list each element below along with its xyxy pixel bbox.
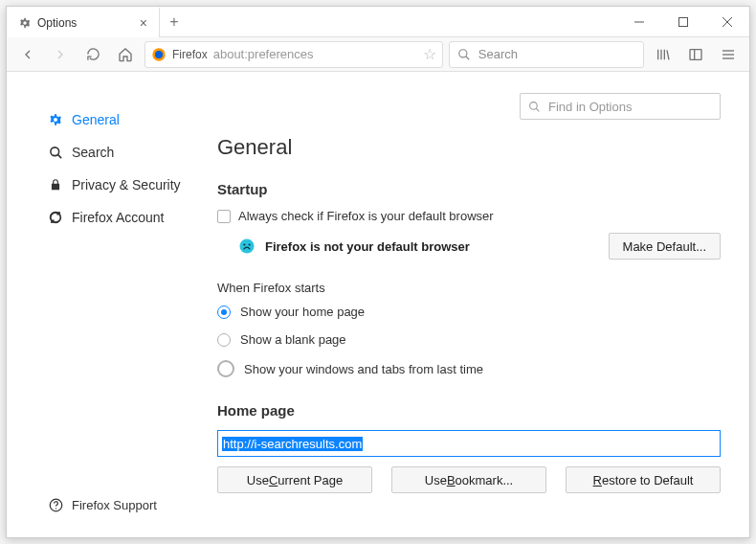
restore-default-button[interactable]: Restore to Default — [566, 466, 721, 493]
homepage-value: http://i-searchresults.com — [222, 437, 363, 451]
search-icon — [528, 101, 541, 113]
tab-options[interactable]: Options × — [7, 7, 160, 37]
svg-point-5 — [155, 51, 163, 58]
url-prefix: Firefox — [172, 48, 208, 61]
homepage-input[interactable]: http://i-searchresults.com — [217, 430, 721, 457]
tab-title: Options — [37, 16, 130, 30]
gear-icon — [18, 16, 32, 30]
sidebar-item-label: General — [72, 112, 120, 127]
library-button[interactable] — [650, 41, 677, 68]
svg-point-25 — [249, 243, 251, 245]
search-placeholder: Search — [478, 47, 518, 61]
search-bar[interactable]: Search — [449, 41, 644, 68]
url-bar[interactable]: Firefox about:preferences ☆ — [145, 41, 443, 68]
sidebar-item-account[interactable]: Firefox Account — [7, 202, 198, 233]
not-default-text: Firefox is not your default browser — [265, 239, 599, 254]
sync-icon — [47, 210, 64, 225]
navbar: Firefox about:preferences ☆ Search — [7, 37, 749, 72]
sidebar-item-label: Search — [72, 145, 114, 160]
search-icon — [457, 48, 471, 61]
radio-icon — [217, 306, 231, 319]
sidebar-item-label: Firefox Support — [72, 498, 157, 512]
svg-rect-1 — [679, 17, 688, 26]
home-button[interactable] — [112, 41, 139, 68]
svg-line-7 — [466, 56, 470, 59]
firefox-icon — [151, 47, 167, 62]
always-check-default-checkbox[interactable]: Always check if Firefox is your default … — [217, 209, 721, 223]
use-bookmark-button[interactable]: Use Bookmark... — [391, 466, 546, 493]
url-text: about:preferences — [213, 47, 417, 61]
question-icon — [47, 498, 64, 512]
lock-icon — [47, 178, 64, 192]
svg-point-21 — [530, 102, 538, 109]
svg-point-23 — [240, 239, 255, 254]
make-default-button[interactable]: Make Default... — [609, 233, 721, 260]
svg-line-11 — [667, 50, 669, 59]
radio-show-blank[interactable]: Show a blank page — [217, 332, 721, 347]
sidebar-item-support[interactable]: Firefox Support — [7, 490, 198, 520]
sidebar-item-label: Firefox Account — [72, 210, 165, 225]
svg-point-6 — [459, 49, 467, 57]
new-tab-button[interactable]: + — [160, 7, 189, 37]
window-minimize[interactable] — [617, 7, 661, 37]
sidebar-button[interactable] — [682, 41, 709, 68]
svg-line-18 — [57, 154, 61, 158]
radio-label: Show a blank page — [240, 332, 346, 347]
sidebar-item-general[interactable]: General — [7, 104, 198, 135]
content: General Search Privacy & Security Firefo… — [7, 72, 749, 537]
window-maximize[interactable] — [661, 7, 705, 37]
radio-show-homepage[interactable]: Show your home page — [217, 305, 721, 319]
radio-show-session[interactable]: Show your windows and tabs from last tim… — [217, 360, 721, 377]
close-icon[interactable]: × — [136, 15, 151, 31]
section-homepage-title: Home page — [217, 402, 721, 419]
sad-face-icon — [238, 238, 256, 255]
radio-label: Show your home page — [240, 305, 365, 319]
use-current-page-button[interactable]: Use Current Page — [217, 466, 372, 493]
svg-point-17 — [50, 147, 58, 155]
svg-point-20 — [55, 508, 56, 509]
bookmark-star-icon[interactable]: ☆ — [423, 45, 436, 63]
page-title: General — [217, 135, 721, 160]
window-controls — [617, 7, 749, 37]
checkbox-label: Always check if Firefox is your default … — [238, 209, 494, 223]
radio-icon — [217, 333, 231, 347]
find-placeholder: Find in Options — [548, 100, 632, 114]
window-close[interactable] — [705, 7, 749, 37]
forward-button[interactable] — [47, 41, 74, 68]
svg-point-24 — [243, 243, 245, 245]
firefox-window: Options × + Firefox about:preferences ☆ … — [6, 6, 750, 538]
svg-rect-12 — [690, 49, 701, 59]
when-starts-label: When Firefox starts — [217, 281, 721, 295]
menu-button[interactable] — [715, 41, 742, 68]
section-startup-title: Startup — [217, 181, 721, 197]
gear-icon — [47, 112, 64, 127]
back-button[interactable] — [14, 41, 41, 68]
main-panel: Find in Options General Startup Always c… — [198, 72, 749, 537]
sidebar-item-privacy[interactable]: Privacy & Security — [7, 170, 198, 200]
search-icon — [47, 146, 64, 160]
radio-icon — [217, 360, 234, 377]
titlebar: Options × + — [7, 7, 749, 37]
find-in-options-input[interactable]: Find in Options — [520, 93, 721, 120]
sidebar-item-search[interactable]: Search — [7, 137, 198, 168]
sidebar-item-label: Privacy & Security — [72, 177, 181, 193]
reload-button[interactable] — [79, 41, 106, 68]
preferences-sidebar: General Search Privacy & Security Firefo… — [7, 72, 198, 537]
svg-line-22 — [536, 108, 539, 111]
checkbox-icon — [217, 210, 231, 223]
radio-label: Show your windows and tabs from last tim… — [244, 362, 483, 376]
